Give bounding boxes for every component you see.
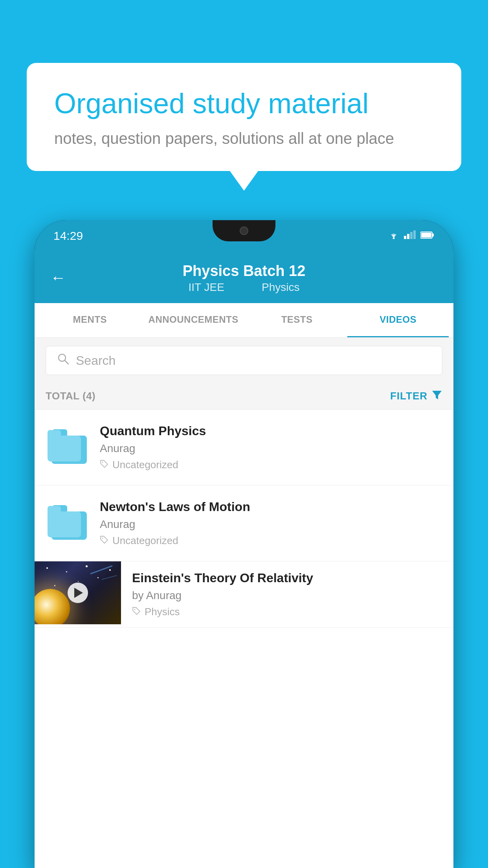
video-title: Newton's Laws of Motion bbox=[100, 500, 442, 514]
app-header: ← Physics Batch 12 IIT JEE Physics bbox=[35, 252, 453, 303]
wifi-icon bbox=[388, 230, 399, 241]
video-title: Quantum Physics bbox=[100, 424, 442, 438]
video-author: Anurag bbox=[100, 518, 442, 531]
search-placeholder: Search bbox=[76, 353, 116, 368]
filter-icon bbox=[431, 389, 442, 403]
svg-rect-7 bbox=[421, 233, 431, 237]
speech-bubble-container: Organised study material notes, question… bbox=[27, 63, 461, 191]
subtitle-part2: Physics bbox=[262, 281, 299, 293]
svg-rect-4 bbox=[413, 230, 416, 239]
list-item[interactable]: Newton's Laws of Motion Anurag Uncategor… bbox=[35, 485, 453, 561]
tabs-bar: MENTS ANNOUNCEMENTS TESTS VIDEOS bbox=[35, 303, 453, 338]
video-author: by Anurag bbox=[132, 589, 442, 602]
svg-rect-1 bbox=[404, 236, 406, 239]
video-info-1: Quantum Physics Anurag Uncategorized bbox=[100, 424, 442, 471]
play-button[interactable] bbox=[68, 583, 88, 603]
battery-icon bbox=[420, 230, 435, 241]
video-info-3: Einstein's Theory Of Relativity by Anura… bbox=[121, 561, 453, 627]
subtitle-part1: IIT JEE bbox=[189, 281, 224, 293]
svg-point-12 bbox=[102, 538, 103, 539]
tag-icon bbox=[100, 459, 108, 471]
svg-marker-10 bbox=[432, 391, 442, 399]
tag-label: Uncategorized bbox=[112, 459, 178, 471]
subtitle-separator bbox=[240, 281, 246, 293]
speech-bubble-subtitle: notes, question papers, solutions all at… bbox=[54, 130, 434, 147]
tab-videos[interactable]: VIDEOS bbox=[347, 303, 449, 337]
speech-bubble-arrow bbox=[230, 171, 258, 191]
signal-icon bbox=[404, 230, 416, 241]
tag-icon bbox=[132, 606, 141, 618]
video-tag: Uncategorized bbox=[100, 535, 442, 547]
back-button[interactable]: ← bbox=[50, 268, 66, 286]
speech-bubble: Organised study material notes, question… bbox=[27, 63, 461, 171]
phone-frame: 14:29 ← Physics Batch 12 bbox=[35, 220, 453, 868]
header-subtitle: IIT JEE Physics bbox=[50, 281, 438, 294]
status-time: 14:29 bbox=[53, 229, 83, 243]
list-item[interactable]: Einstein's Theory Of Relativity by Anura… bbox=[35, 561, 453, 628]
video-list: Quantum Physics Anurag Uncategorized bbox=[35, 410, 453, 628]
video-tag: Uncategorized bbox=[100, 459, 442, 471]
search-icon bbox=[57, 353, 70, 368]
search-bar[interactable]: Search bbox=[46, 346, 442, 375]
tag-label: Physics bbox=[145, 606, 180, 618]
phone-camera bbox=[240, 226, 248, 235]
video-info-2: Newton's Laws of Motion Anurag Uncategor… bbox=[100, 500, 442, 547]
folder-thumbnail-2 bbox=[46, 500, 89, 543]
tag-icon bbox=[100, 535, 108, 547]
svg-rect-6 bbox=[432, 234, 434, 237]
phone-screen: ← Physics Batch 12 IIT JEE Physics MENTS… bbox=[35, 252, 453, 868]
list-item[interactable]: Quantum Physics Anurag Uncategorized bbox=[35, 410, 453, 485]
tab-ments[interactable]: MENTS bbox=[39, 303, 141, 337]
filter-button[interactable]: FILTER bbox=[390, 389, 442, 403]
svg-point-0 bbox=[393, 237, 395, 239]
video-author: Anurag bbox=[100, 442, 442, 455]
filter-label: FILTER bbox=[390, 390, 427, 402]
total-count: TOTAL (4) bbox=[46, 390, 95, 402]
svg-rect-3 bbox=[410, 232, 413, 239]
phone-notch bbox=[213, 220, 275, 241]
svg-rect-2 bbox=[407, 234, 409, 239]
search-container: Search bbox=[35, 338, 453, 383]
status-bar: 14:29 bbox=[35, 220, 453, 252]
header-title: Physics Batch 12 bbox=[50, 263, 438, 280]
video-thumbnail-einstein bbox=[35, 561, 121, 624]
video-tag: Physics bbox=[132, 606, 442, 618]
svg-point-13 bbox=[134, 609, 136, 610]
video-title: Einstein's Theory Of Relativity bbox=[132, 571, 442, 585]
svg-line-9 bbox=[65, 360, 68, 364]
tag-label: Uncategorized bbox=[112, 535, 178, 547]
tab-announcements[interactable]: ANNOUNCEMENTS bbox=[141, 303, 246, 337]
svg-point-11 bbox=[102, 462, 103, 463]
play-triangle-icon bbox=[74, 588, 83, 598]
speech-bubble-title: Organised study material bbox=[54, 86, 434, 120]
tab-tests[interactable]: TESTS bbox=[246, 303, 348, 337]
status-icons bbox=[388, 230, 435, 241]
filter-row: TOTAL (4) FILTER bbox=[35, 383, 453, 410]
folder-thumbnail-1 bbox=[46, 424, 89, 467]
